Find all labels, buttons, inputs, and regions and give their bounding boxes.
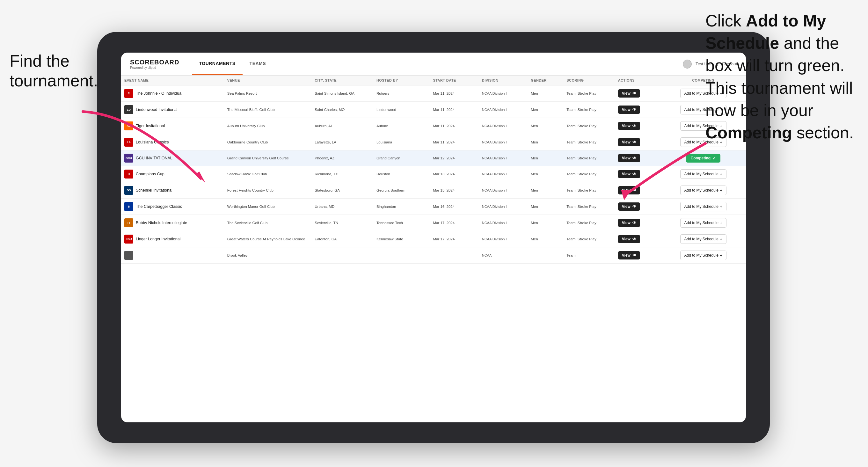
event-name-cell: AU Tiger Invitational	[124, 121, 221, 130]
col-header-scoring: SCORING	[563, 75, 615, 86]
table-row: B The Carpetbagger Classic Worthington M…	[121, 198, 746, 215]
gender-cell: Men	[528, 231, 563, 247]
venue-cell: Brook Valley	[224, 247, 311, 263]
event-name-cell: LU Lindenwood Invitational	[124, 105, 221, 114]
view-button[interactable]: View 👁	[618, 89, 640, 97]
hosted-cell: Auburn	[373, 118, 430, 134]
add-to-schedule-button[interactable]: Add to My Schedule +	[680, 202, 727, 211]
actions-cell: View 👁	[615, 118, 661, 134]
add-to-schedule-button[interactable]: Add to My Schedule +	[680, 186, 727, 195]
eye-icon: 👁	[632, 107, 636, 112]
competing-cell: Add to My Schedule +	[661, 166, 746, 182]
add-to-schedule-button[interactable]: Add to My Schedule +	[680, 251, 727, 260]
actions-cell: View 👁	[615, 247, 661, 263]
gender-cell: Men	[528, 198, 563, 215]
tab-teams[interactable]: TEAMS	[243, 53, 273, 75]
gender-cell: Men	[528, 86, 563, 102]
gender-cell: Men	[528, 182, 563, 198]
event-name-cell: GCU GCU INVITATIONAL	[124, 154, 221, 162]
table-row: GCU GCU INVITATIONAL Grand Canyon Univer…	[121, 151, 746, 166]
gender-cell: Men	[528, 215, 563, 231]
plus-icon: +	[720, 237, 722, 242]
table-row: AU Tiger Invitational Auburn University …	[121, 118, 746, 134]
date-cell: Mar 11, 2024	[430, 86, 479, 102]
view-button[interactable]: View 👁	[618, 235, 640, 243]
scoring-cell: Team, Stroke Play	[563, 102, 615, 118]
view-button[interactable]: View 👁	[618, 186, 640, 194]
team-logo: TT	[124, 218, 133, 227]
team-logo: B	[124, 202, 133, 211]
date-cell: Mar 11, 2024	[430, 134, 479, 151]
city-cell	[311, 247, 373, 263]
hosted-cell: Louisiana	[373, 134, 430, 151]
table-row: GS Schenkel Invitational Forest Heights …	[121, 182, 746, 198]
event-name-cell: B The Carpetbagger Classic	[124, 202, 221, 211]
col-header-actions: ACTIONS	[615, 75, 661, 86]
gender-cell: Men	[528, 134, 563, 151]
city-cell: Richmond, TX	[311, 166, 373, 182]
hosted-cell: Binghamton	[373, 198, 430, 215]
event-name-text: Lindenwood Invitational	[136, 107, 178, 112]
add-to-schedule-button[interactable]: Add to My Schedule +	[680, 218, 727, 227]
tab-tournaments[interactable]: TOURNAMENTS	[192, 53, 242, 75]
city-cell: Sevierville, TN	[311, 215, 373, 231]
division-cell: NCAA Division I	[479, 215, 528, 231]
table-row: R The Johnnie - O Individual Sea Palms R…	[121, 86, 746, 102]
logo-area: SCOREBOARD Powered by clippd	[130, 59, 179, 69]
gender-cell: Men	[528, 151, 563, 166]
city-cell: Urbana, MD	[311, 198, 373, 215]
event-name-cell: ...	[124, 251, 221, 260]
scoring-cell: Team, Stroke Play	[563, 182, 615, 198]
team-logo: LU	[124, 105, 133, 114]
competing-cell: Add to My Schedule +	[661, 247, 746, 263]
actions-cell: View 👁	[615, 151, 661, 166]
user-avatar	[683, 60, 692, 68]
eye-icon: 👁	[632, 172, 636, 176]
competing-cell: Add to My Schedule +	[661, 215, 746, 231]
view-button[interactable]: View 👁	[618, 170, 640, 178]
view-button[interactable]: View 👁	[618, 122, 640, 130]
add-to-schedule-button[interactable]: Add to My Schedule +	[680, 169, 727, 179]
scoring-cell: Team, Stroke Play	[563, 215, 615, 231]
view-button[interactable]: View 👁	[618, 219, 640, 227]
division-cell: NCAA Division I	[479, 151, 528, 166]
plus-icon: +	[720, 172, 722, 177]
competing-button[interactable]: Competing ✓	[686, 154, 720, 162]
team-logo: R	[124, 89, 133, 98]
event-name-text: Tiger Invitational	[136, 124, 165, 128]
scoring-cell: Team, Stroke Play	[563, 118, 615, 134]
gender-cell: Men	[528, 166, 563, 182]
venue-cell: Forest Heights Country Club	[224, 182, 311, 198]
view-button[interactable]: View 👁	[618, 105, 640, 114]
event-name-cell: H Champions Cup	[124, 169, 221, 179]
actions-cell: View 👁	[615, 231, 661, 247]
add-to-schedule-button[interactable]: Add to My Schedule +	[680, 234, 727, 244]
venue-cell: Worthington Manor Golf Club	[224, 198, 311, 215]
plus-icon: +	[720, 220, 722, 225]
city-cell: Auburn, AL	[311, 118, 373, 134]
scoring-cell: Team, Stroke Play	[563, 231, 615, 247]
view-button[interactable]: View 👁	[618, 138, 640, 146]
view-button[interactable]: View 👁	[618, 154, 640, 162]
venue-cell: The Missouri Bluffs Golf Club	[224, 102, 311, 118]
city-cell: Statesboro, GA	[311, 182, 373, 198]
hosted-cell: Tennessee Tech	[373, 215, 430, 231]
gender-cell: Men	[528, 118, 563, 134]
venue-cell: Shadow Hawk Golf Club	[224, 166, 311, 182]
hosted-cell: Georgia Southern	[373, 182, 430, 198]
division-cell: NCAA Division I	[479, 166, 528, 182]
date-cell: Mar 15, 2024	[430, 182, 479, 198]
plus-icon: +	[720, 253, 722, 258]
date-cell: Mar 12, 2024	[430, 151, 479, 166]
logo-text: SCOREBOARD	[130, 59, 179, 66]
team-logo: AU	[124, 121, 133, 130]
view-button[interactable]: View 👁	[618, 251, 640, 259]
eye-icon: 👁	[632, 221, 636, 225]
eye-icon: 👁	[632, 237, 636, 241]
tablet-screen: SCOREBOARD Powered by clippd TOURNAMENTS…	[121, 53, 746, 423]
add-schedule-label: Add to My Schedule	[684, 237, 718, 241]
actions-cell: View 👁	[615, 198, 661, 215]
nav-tabs: TOURNAMENTS TEAMS	[192, 53, 273, 75]
view-button[interactable]: View 👁	[618, 203, 640, 211]
table-row: TT Bobby Nichols Intercollegiate The Sev…	[121, 215, 746, 231]
